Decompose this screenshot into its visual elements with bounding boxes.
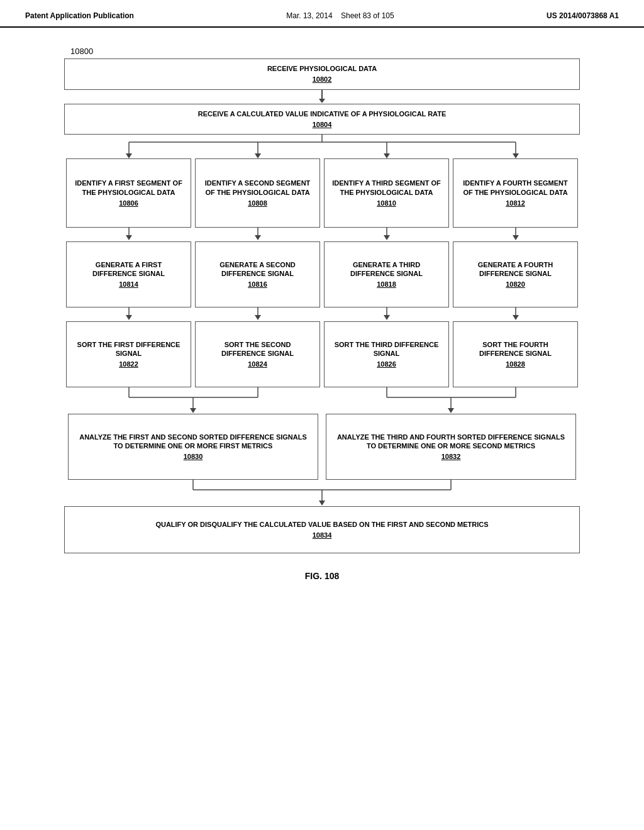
box-id-seg3: IDENTIFY A THIRD SEGMENT OF THE PHYSIOLO… bbox=[324, 158, 449, 228]
col-seg1: IDENTIFY A FIRST SEGMENT OF THE PHYSIOLO… bbox=[64, 158, 193, 228]
col-sort1: SORT THE FIRST DIFFERENCE SIGNAL 10822 bbox=[64, 321, 193, 387]
header-date: Mar. 13, 2014 bbox=[286, 11, 332, 20]
flowchart-diagram: 10800 RECEIVE PHYSIOLOGICAL DATA 10802 R… bbox=[64, 47, 580, 581]
svg-marker-23 bbox=[384, 315, 390, 320]
box-sort2: SORT THE SECOND DIFFERENCE SIGNAL 10824 bbox=[195, 321, 320, 387]
main-content: 10800 RECEIVE PHYSIOLOGICAL DATA 10802 R… bbox=[0, 28, 644, 600]
header-sheet: Sheet 83 of 105 bbox=[341, 11, 394, 20]
svg-marker-5 bbox=[255, 153, 261, 158]
svg-marker-11 bbox=[126, 235, 132, 240]
box-gen-diff2: GENERATE A SECOND DIFFERENCE SIGNAL 1081… bbox=[195, 241, 320, 307]
box-sort3: SORT THE THIRD DIFFERENCE SIGNAL 10826 bbox=[324, 321, 449, 387]
row-analyze: ANALYZE THE FIRST AND SECOND SORTED DIFF… bbox=[64, 414, 580, 480]
arrows-diff-to-sort bbox=[64, 307, 580, 321]
svg-marker-21 bbox=[255, 315, 261, 320]
col-seg2: IDENTIFY A SECOND SEGMENT OF THE PHYSIOL… bbox=[193, 158, 322, 228]
svg-marker-9 bbox=[513, 153, 519, 158]
svg-marker-3 bbox=[126, 153, 132, 158]
col-sort4: SORT THE FOURTH DIFFERENCE SIGNAL 10828 bbox=[451, 321, 580, 387]
header-patent-num: US 2014/0073868 A1 bbox=[547, 11, 619, 20]
svg-marker-17 bbox=[513, 235, 519, 240]
col-diff4: GENERATE A FOURTH DIFFERENCE SIGNAL 1082… bbox=[451, 241, 580, 307]
diagram-top-number: 10800 bbox=[70, 47, 93, 56]
branch-svg-top bbox=[64, 135, 580, 158]
box-gen-diff1: GENERATE A FIRST DIFFERENCE SIGNAL 10814 bbox=[66, 241, 191, 307]
box-gen-diff3: GENERATE A THIRD DIFFERENCE SIGNAL 10818 bbox=[324, 241, 449, 307]
col-seg3: IDENTIFY A THIRD SEGMENT OF THE PHYSIOLO… bbox=[322, 158, 451, 228]
svg-marker-25 bbox=[513, 315, 519, 320]
col-sort2: SORT THE SECOND DIFFERENCE SIGNAL 10824 bbox=[193, 321, 322, 387]
box-receive-calc: RECEIVE A CALCULATED VALUE INDICATIVE OF… bbox=[64, 104, 580, 135]
header-publication-label: Patent Application Publication bbox=[25, 11, 134, 20]
box-sort4: SORT THE FOURTH DIFFERENCE SIGNAL 10828 bbox=[453, 321, 578, 387]
row-sort: SORT THE FIRST DIFFERENCE SIGNAL 10822 S… bbox=[64, 321, 580, 387]
svg-marker-30 bbox=[190, 408, 196, 413]
col-analyze34: ANALYZE THE THIRD AND FOURTH SORTED DIFF… bbox=[322, 414, 580, 480]
col-diff3: GENERATE A THIRD DIFFERENCE SIGNAL 10818 bbox=[322, 241, 451, 307]
box-qualify: QUALIFY OR DISQUALIFY THE CALCULATED VAL… bbox=[64, 506, 580, 553]
figure-caption: FIG. 108 bbox=[305, 571, 339, 581]
box-analyze34: ANALYZE THE THIRD AND FOURTH SORTED DIFF… bbox=[326, 414, 576, 480]
arrow-1 bbox=[319, 90, 325, 104]
arrows-seg-to-diff bbox=[64, 228, 580, 241]
col-diff1: GENERATE A FIRST DIFFERENCE SIGNAL 10814 bbox=[64, 241, 193, 307]
svg-marker-19 bbox=[126, 315, 132, 320]
page-header: Patent Application Publication Mar. 13, … bbox=[0, 0, 644, 28]
svg-marker-35 bbox=[448, 408, 454, 413]
box-receive-physio: RECEIVE PHYSIOLOGICAL DATA 10802 bbox=[64, 58, 580, 90]
header-center-info: Mar. 13, 2014 Sheet 83 of 105 bbox=[286, 11, 394, 20]
box-id-seg2: IDENTIFY A SECOND SEGMENT OF THE PHYSIOL… bbox=[195, 158, 320, 228]
box-gen-diff4: GENERATE A FOURTH DIFFERENCE SIGNAL 1082… bbox=[453, 241, 578, 307]
arrows-analyze-to-qualify bbox=[64, 480, 580, 506]
col-analyze12: ANALYZE THE FIRST AND SECOND SORTED DIFF… bbox=[64, 414, 322, 480]
col-diff2: GENERATE A SECOND DIFFERENCE SIGNAL 1081… bbox=[193, 241, 322, 307]
svg-marker-40 bbox=[319, 501, 325, 506]
svg-marker-13 bbox=[255, 235, 261, 240]
box-analyze12: ANALYZE THE FIRST AND SECOND SORTED DIFF… bbox=[68, 414, 318, 480]
svg-marker-7 bbox=[384, 153, 390, 158]
svg-marker-15 bbox=[384, 235, 390, 240]
row-identify-segments: IDENTIFY A FIRST SEGMENT OF THE PHYSIOLO… bbox=[64, 158, 580, 228]
col-sort3: SORT THE THIRD DIFFERENCE SIGNAL 10826 bbox=[322, 321, 451, 387]
box-id-seg4: IDENTIFY A FOURTH SEGMENT OF THE PHYSIOL… bbox=[453, 158, 578, 228]
col-seg4: IDENTIFY A FOURTH SEGMENT OF THE PHYSIOL… bbox=[451, 158, 580, 228]
row-generate-diff: GENERATE A FIRST DIFFERENCE SIGNAL 10814… bbox=[64, 241, 580, 307]
box-sort1: SORT THE FIRST DIFFERENCE SIGNAL 10822 bbox=[66, 321, 191, 387]
arrows-sort-to-analyze bbox=[64, 387, 580, 414]
box-id-seg1: IDENTIFY A FIRST SEGMENT OF THE PHYSIOLO… bbox=[66, 158, 191, 228]
